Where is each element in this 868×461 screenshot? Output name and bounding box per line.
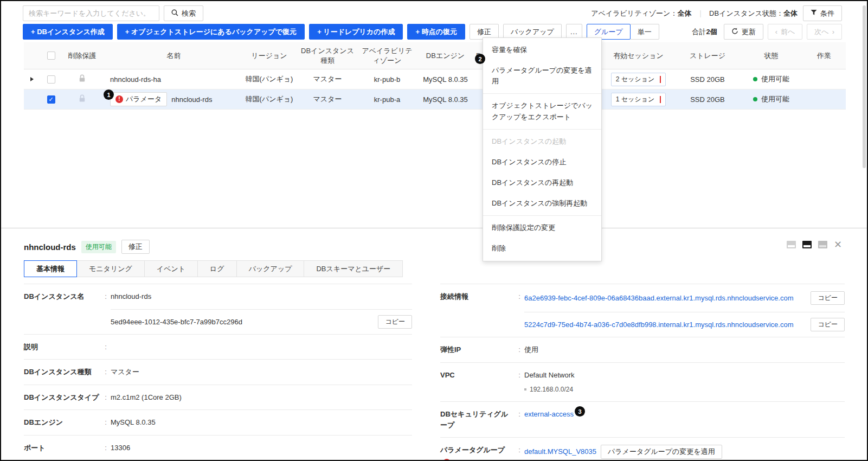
next-page-button[interactable]: 次へ › (807, 24, 842, 40)
status-dot (753, 97, 757, 101)
expand-caret-icon[interactable] (30, 77, 34, 81)
table-header-row: 削除保護 名前 リージョン DBインスタンス種類 アベイラビリティゾーン DBエ… (24, 42, 846, 69)
description-label: 説明 (24, 342, 101, 353)
az-filter-value: 全体 (677, 9, 691, 17)
header-az: アベイラビリティゾーン (357, 42, 417, 69)
detail-title: nhncloud-rds (24, 242, 76, 252)
single-mode-button[interactable]: 単一 (630, 24, 659, 40)
search-row: 検索 (23, 5, 203, 21)
eip-value: 使用 (524, 344, 845, 355)
menu-item-restart-instance[interactable]: DBインスタンスの再起動 (483, 172, 601, 193)
tab-backup[interactable]: バックアップ (236, 260, 305, 277)
header-storage: ストレージ (675, 42, 740, 69)
tab-db-schema-users[interactable]: DBスキーマとユーザー (304, 260, 403, 277)
filter-divider: ｜ (697, 9, 704, 18)
menu-item-apply-parameter-group[interactable]: パラメータグループの変更を適用 (483, 60, 601, 92)
annotation-badge-2: 2 (475, 54, 485, 64)
total-count: 合計2個 (692, 27, 717, 37)
header-sessions: 有効セッション (602, 42, 675, 69)
vertical-scrollbar[interactable] (863, 5, 866, 168)
apply-parameter-group-button[interactable]: パラメータグループの変更を適用 (601, 445, 722, 459)
table-row[interactable]: ✓ ! パラメータ nhncloud-rds 韓国(パンギョ) マスター kr-… (24, 89, 846, 110)
instance-name-cell: ! パラメータ nhncloud-rds (102, 89, 241, 109)
row-checkbox[interactable]: ✓ (47, 95, 55, 104)
prev-page-button[interactable]: ‹ 前へ (768, 24, 803, 40)
instance-table: 削除保護 名前 リージョン DBインスタンス種類 アベイラビリティゾーン DBエ… (24, 42, 846, 110)
menu-item-secure-capacity[interactable]: 容量を確保 (483, 40, 601, 60)
detail-right-column: 接続情報 : 6a2e6939-febc-4cef-809e-06a68436b… (440, 284, 845, 461)
row-checkbox[interactable] (47, 75, 55, 84)
restore-from-object-storage-button[interactable]: + オブジェクトストレージにあるバックアップで復元 (117, 24, 305, 40)
copy-instance-id-button[interactable]: コピー (378, 315, 412, 329)
internal-host-link[interactable]: 5224c7d9-75ed-4b74-a036-c7d0e8dfb998.int… (524, 321, 793, 329)
copy-external-host-button[interactable]: コピー (811, 291, 845, 305)
filter-funnel-icon (811, 9, 817, 17)
port-value: 13306 (111, 443, 412, 453)
instance-id-value: 5ed94eee-1012-435e-bfc7-7a99b7cc296d (111, 318, 242, 326)
point-in-time-restore-button[interactable]: + 時点の復元 (407, 24, 465, 40)
instance-type-value: マスター (111, 367, 412, 377)
search-input[interactable] (23, 5, 159, 21)
panel-divider (1, 228, 867, 228)
flavor-value: m2.c1m2 (1Core 2GB) (111, 392, 412, 403)
menu-item-stop-instance[interactable]: DBインスタンスの停止 (483, 152, 601, 172)
lock-icon (79, 94, 86, 104)
menu-item-export-backup[interactable]: オブジェクトストレージでバックアップをエクスポート (483, 95, 601, 127)
alert-icon: ! (443, 459, 451, 461)
engine-label: DBエンジン (24, 417, 101, 428)
session-chip[interactable]: 1 セッション (611, 93, 666, 106)
header-instance-type: DBインスタンス種類 (298, 42, 357, 69)
close-icon[interactable]: ✕ (834, 240, 842, 249)
external-host-link[interactable]: 6a2e6939-febc-4cef-809e-06a68436baad.ext… (524, 293, 793, 304)
session-bar (660, 96, 661, 103)
select-all-checkbox[interactable] (47, 52, 55, 60)
condition-button[interactable]: 条件 (803, 5, 842, 21)
panel-expand-icon[interactable] (818, 241, 827, 248)
menu-item-force-restart-instance[interactable]: DBインスタンスの強制再起動 (483, 193, 601, 214)
detail-modify-button[interactable]: 修正 (121, 240, 150, 254)
tab-basic-info[interactable]: 基本情報 (24, 260, 77, 277)
lock-icon (79, 74, 86, 84)
parameter-warning-badge[interactable]: ! パラメータ (110, 92, 167, 106)
header-task: 作業 (802, 42, 846, 69)
create-read-replica-button[interactable]: + リードレプリカの作成 (309, 24, 403, 40)
tab-events[interactable]: イベント (144, 260, 198, 277)
top-filters: アベイラビリティゾーン：全体 ｜ DBインスタンス状態：全体 条件 (591, 5, 842, 21)
refresh-button[interactable]: 更新 (724, 24, 763, 40)
parameter-group-link[interactable]: default.MYSQL_V8035 (524, 446, 596, 457)
eip-label: 弾性IP (440, 344, 515, 355)
status-dot (753, 77, 757, 81)
search-button[interactable]: 検索 (164, 5, 203, 21)
instance-name-label: DBインスタンス名 (24, 291, 101, 302)
menu-item-change-delete-protection[interactable]: 削除保護設定の変更 (483, 217, 601, 238)
vpc-label: VPC (440, 370, 515, 381)
description-value (111, 342, 412, 351)
session-chip[interactable]: 2 セッション (611, 73, 666, 86)
detail-tabs: 基本情報 モニタリング イベント ログ バックアップ DBスキーマとユーザー (24, 260, 403, 277)
tab-monitoring[interactable]: モニタリング (76, 260, 145, 277)
parameter-group-label: パラメータグループ! (440, 445, 515, 461)
state-filter-value: 全体 (783, 9, 798, 17)
connection-label: 接続情報 (440, 291, 515, 302)
header-delete-protection: 削除保護 (62, 42, 102, 69)
create-instance-button[interactable]: + DBインスタンス作成 (23, 24, 113, 40)
panel-collapse-icon[interactable] (787, 241, 796, 248)
alert-icon: ! (115, 95, 123, 103)
subnet-value: 192.168.0.0/24 (524, 385, 845, 394)
security-group-link[interactable]: external-access (524, 410, 574, 418)
az-filter-label: アベイラビリティゾーン： (591, 9, 677, 17)
refresh-icon (731, 28, 738, 36)
panel-layout-controls: ✕ (787, 240, 842, 249)
table-row[interactable]: nhncloud-rds-ha 韓国(パンギョ) マスター kr-pub-b M… (24, 69, 846, 89)
panel-split-icon[interactable] (802, 241, 812, 248)
flavor-label: DBインスタンスタイプ (24, 392, 101, 403)
header-region: リージョン (241, 42, 298, 69)
instance-name-value: nhncloud-rds (111, 291, 412, 302)
detail-header: nhncloud-rds 使用可能 修正 (24, 240, 150, 254)
instance-type-label: DBインスタンス種類 (24, 367, 101, 377)
copy-internal-host-button[interactable]: コピー (811, 318, 845, 331)
tab-logs[interactable]: ログ (197, 260, 237, 277)
header-engine: DBエンジン (417, 42, 474, 69)
menu-item-delete[interactable]: 削除 (483, 238, 601, 259)
chevron-right-icon: › (832, 28, 834, 36)
